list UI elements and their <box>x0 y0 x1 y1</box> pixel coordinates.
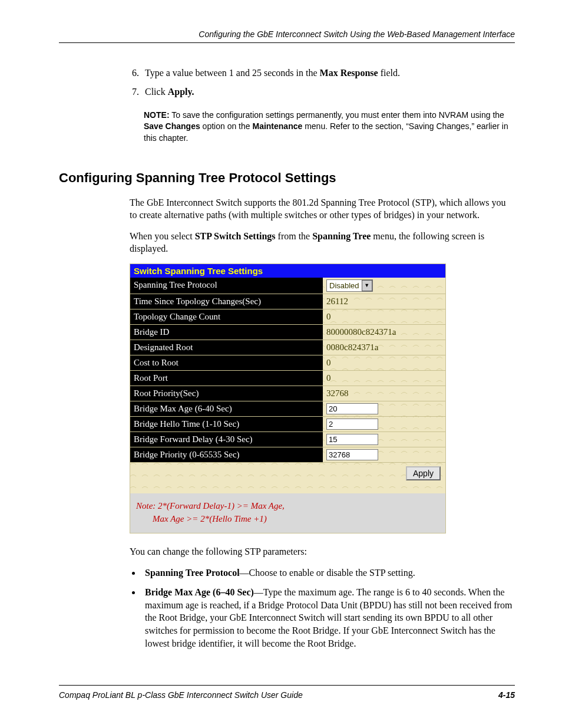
param-maxage: Bridge Max Age (6–40 Sec)—Type the maxim… <box>141 586 515 650</box>
param-stp: Spanning Tree Protocol—Choose to enable … <box>141 566 515 579</box>
setting-input[interactable]: 32768 <box>326 449 378 460</box>
setting-value-cell: 26112 <box>323 294 445 309</box>
param-maxage-name: Bridge Max Age (6–40 Sec) <box>145 587 254 597</box>
p2-b1: STP Switch Settings <box>195 231 276 241</box>
setting-row: Bridge Priority (0-65535 Sec)32768 <box>130 447 445 463</box>
setting-row: Designated Root0080c824371a <box>130 340 445 355</box>
p2-b2: Spanning Tree <box>312 231 371 241</box>
screenshot-note: Note: 2*(Forward Delay-1) >= Max Age, Ma… <box>130 493 445 533</box>
note-t1b: Save Changes <box>144 121 200 131</box>
footer: Compaq ProLiant BL p-Class GbE Interconn… <box>59 685 515 700</box>
step-7-pre: Click <box>145 87 168 97</box>
step-6-bold: Max Response <box>320 68 378 78</box>
setting-label: Cost to Root <box>130 355 323 370</box>
page: Configuring the GbE Interconnect Switch … <box>0 0 562 723</box>
setting-row: Topology Change Count0 <box>130 309 445 325</box>
content-column: Type a value between 1 and 25 seconds in… <box>130 67 515 144</box>
setting-value-cell: 32768 <box>323 386 445 401</box>
note-t1d: Maintenance <box>252 121 302 131</box>
stp-screenshot: Switch Spanning Tree Settings Spanning T… <box>130 263 446 533</box>
setting-value-cell: 15 <box>323 432 445 447</box>
screenshot-note-line1: Note: 2*(Forward Delay-1) >= Max Age, <box>136 499 439 513</box>
step-7-bold: Apply. <box>168 87 194 97</box>
setting-value: 32768 <box>326 388 349 398</box>
setting-row: Root Port0 <box>130 371 445 386</box>
setting-label: Bridge Forward Delay (4-30 Sec) <box>130 432 323 447</box>
setting-row: Bridge Forward Delay (4-30 Sec)15 <box>130 432 445 447</box>
step-list: Type a value between 1 and 25 seconds in… <box>130 67 515 99</box>
after-lead: You can change the following STP paramet… <box>130 545 515 558</box>
setting-value: 80000080c824371a <box>326 327 396 337</box>
setting-row: Root Priority(Sec)32768 <box>130 386 445 401</box>
param-stp-desc: —Choose to enable or disable the STP set… <box>240 568 415 578</box>
setting-value: 0080c824371a <box>326 342 378 353</box>
setting-value-cell: Disabled▼ <box>323 278 445 294</box>
setting-value-cell: 80000080c824371a <box>323 325 445 340</box>
running-header: Configuring the GbE Interconnect Switch … <box>59 29 515 42</box>
setting-value: 26112 <box>326 297 348 307</box>
setting-value-cell: 0 <box>323 309 445 324</box>
setting-label: Topology Change Count <box>130 309 323 324</box>
step-6-pre: Type a value between 1 and 25 seconds in… <box>145 68 320 78</box>
apply-row: Apply <box>130 463 445 484</box>
note-t1a: To save the configuration settings perma… <box>170 110 504 120</box>
setting-value: 0 <box>326 358 331 368</box>
setting-input[interactable]: 15 <box>326 434 378 445</box>
setting-label: Bridge Hello Time (1-10 Sec) <box>130 417 323 431</box>
setting-input[interactable]: 20 <box>326 403 378 414</box>
setting-label: Root Priority(Sec) <box>130 386 323 401</box>
select-value: Disabled <box>329 281 359 290</box>
setting-label: Spanning Tree Protocol <box>130 278 323 294</box>
section-body: The GbE Interconnect Switch supports the… <box>130 196 515 650</box>
section-p1: The GbE Interconnect Switch supports the… <box>130 196 515 222</box>
setting-value: 0 <box>326 373 331 383</box>
screenshot-title: Switch Spanning Tree Settings <box>130 264 445 278</box>
p2-mid: from the <box>276 231 313 241</box>
section-p2: When you select STP Switch Settings from… <box>130 230 515 255</box>
param-list: Spanning Tree Protocol—Choose to enable … <box>130 566 515 650</box>
setting-row: Bridge Hello Time (1-10 Sec)2 <box>130 417 445 432</box>
setting-row: Bridge Max Age (6-40 Sec)20 <box>130 401 445 417</box>
footer-page-number: 4-15 <box>498 690 515 700</box>
note-block: NOTE: To save the configuration settings… <box>144 110 515 144</box>
param-stp-name: Spanning Tree Protocol <box>145 568 240 578</box>
setting-value-cell: 32768 <box>323 447 445 462</box>
setting-value-cell: 0 <box>323 355 445 370</box>
step-7: Click Apply. <box>141 85 515 98</box>
setting-label: Root Port <box>130 371 323 386</box>
stp-enable-select[interactable]: Disabled▼ <box>326 279 373 292</box>
note-label: NOTE: <box>144 110 170 120</box>
setting-label: Bridge Max Age (6-40 Sec) <box>130 401 323 416</box>
screenshot-note-line2: Max Age >= 2*(Hello Time +1) <box>136 512 439 526</box>
setting-value: 0 <box>326 312 331 322</box>
section-heading: Configuring Spanning Tree Protocol Setti… <box>59 170 515 186</box>
setting-input[interactable]: 2 <box>326 419 378 430</box>
setting-label: Designated Root <box>130 340 323 355</box>
apply-button[interactable]: Apply <box>406 466 441 480</box>
setting-value-cell: 0 <box>323 371 445 386</box>
chevron-down-icon: ▼ <box>362 280 372 291</box>
setting-label: Bridge Priority (0-65535 Sec) <box>130 447 323 462</box>
setting-row: Time Since Topology Changes(Sec)26112 <box>130 294 445 309</box>
step-6: Type a value between 1 and 25 seconds in… <box>141 67 515 80</box>
setting-row: Bridge ID80000080c824371a <box>130 325 445 340</box>
setting-value-cell: 2 <box>323 417 445 431</box>
footer-doc-title: Compaq ProLiant BL p-Class GbE Interconn… <box>59 690 303 700</box>
setting-row: Spanning Tree ProtocolDisabled▼ <box>130 278 445 294</box>
setting-row: Cost to Root0 <box>130 355 445 371</box>
setting-value-cell: 20 <box>323 401 445 416</box>
setting-value-cell: 0080c824371a <box>323 340 445 355</box>
step-6-post: field. <box>378 68 400 78</box>
note-t1c: option on the <box>200 121 253 131</box>
setting-label: Time Since Topology Changes(Sec) <box>130 294 323 309</box>
header-rule <box>59 42 515 43</box>
setting-label: Bridge ID <box>130 325 323 340</box>
p2-pre: When you select <box>130 231 195 241</box>
